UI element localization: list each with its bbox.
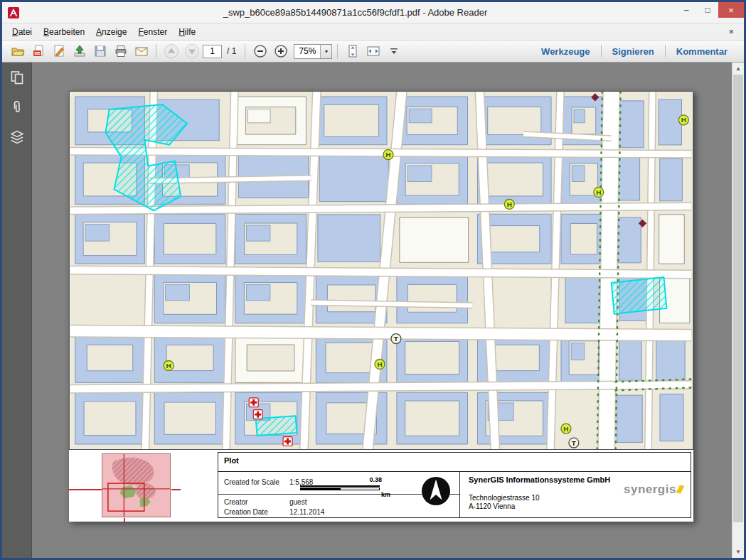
zoom-dropdown-button[interactable]: ▼: [320, 45, 331, 58]
signieren-button[interactable]: Signieren: [602, 46, 665, 57]
create-pdf-button[interactable]: [28, 43, 48, 60]
window-title: _swp_b60ce89a85b14490871a1cc56f9cfdf1.pd…: [45, 7, 666, 18]
toolbar-separator: [156, 44, 156, 58]
zoom-out-icon: [253, 44, 267, 58]
sign-document-button[interactable]: [49, 43, 68, 60]
svg-text:H: H: [385, 151, 390, 158]
menu-datei[interactable]: Datei: [6, 25, 38, 39]
menu-bar: Datei Bearbeiten Anzeige Fenster Hilfe ×: [2, 23, 744, 41]
maximize-button[interactable]: □: [697, 2, 718, 18]
overview-minimap: [102, 453, 171, 517]
sign-pen-icon: [52, 44, 66, 58]
city-map: HHHHHHHTT: [69, 91, 693, 450]
svg-text:H: H: [166, 362, 171, 370]
menu-fenster[interactable]: Fenster: [132, 25, 173, 39]
layers-icon: [9, 129, 26, 146]
share-upload-button[interactable]: [70, 43, 89, 60]
next-page-icon: [184, 43, 200, 59]
adobe-reader-icon: [7, 6, 20, 19]
content-area: HHHHHHHTT: [2, 63, 744, 558]
menu-anzeige[interactable]: Anzeige: [90, 25, 132, 39]
divider: [459, 471, 460, 517]
scroll-down-arrow[interactable]: ▼: [732, 546, 744, 558]
scale-label: Created for Scale: [224, 478, 279, 486]
save-floppy-icon: [93, 44, 107, 58]
werkzeuge-button[interactable]: Werkzeuge: [531, 46, 600, 57]
paperclip-icon: [9, 99, 26, 116]
north-arrow-icon: [420, 475, 452, 507]
page-count-label: / 1: [227, 46, 236, 56]
company-address: A-1120 Vienna: [469, 502, 515, 510]
toolbar-separator: [337, 44, 338, 58]
close-button[interactable]: ×: [718, 2, 744, 18]
creator-value: guest: [289, 498, 307, 506]
company-name: SynerGIS Informationssysteme GmbH: [469, 475, 610, 484]
extent-crosshair-line: [124, 518, 125, 522]
svg-text:H: H: [681, 116, 686, 124]
attachments-button[interactable]: [2, 92, 32, 122]
print-button[interactable]: [111, 43, 130, 60]
menu-hilfe[interactable]: Hilfe: [173, 25, 201, 39]
creation-date-label: Creation Date: [224, 508, 268, 516]
document-viewport[interactable]: HHHHHHHTT: [33, 63, 732, 558]
kommentar-button[interactable]: Kommentar: [666, 46, 738, 57]
toolbar-right-actions: Werkzeuge Signieren Kommentar: [531, 45, 738, 58]
upload-arrow-icon: [73, 44, 87, 58]
svg-text:H: H: [563, 425, 568, 433]
print-icon: [114, 44, 128, 58]
menu-bearbeiten[interactable]: Bearbeiten: [38, 25, 90, 39]
zoom-out-button[interactable]: [250, 43, 270, 60]
svg-text:H: H: [377, 360, 382, 368]
page-scroll-mode-icon: [346, 44, 360, 58]
zoom-level-combo[interactable]: 75% ▼: [294, 44, 332, 59]
open-file-icon: [11, 44, 25, 58]
previous-page-icon: [164, 43, 179, 59]
toolbar: / 1 75% ▼: [2, 41, 744, 63]
fit-width-button[interactable]: [363, 43, 383, 60]
scale-bar-segment: [300, 488, 340, 490]
fit-width-icon: [366, 44, 380, 58]
zoom-in-button[interactable]: [271, 43, 290, 60]
email-button[interactable]: [132, 43, 151, 60]
window-controls: – □ ×: [676, 2, 744, 18]
svg-text:T: T: [394, 335, 398, 343]
adobe-reader-window: _swp_b60ce89a85b14490871a1cc56f9cfdf1.pd…: [0, 0, 746, 560]
scale-bar-segment: [340, 488, 380, 490]
extent-crosshair-line: [171, 489, 181, 490]
scroll-up-arrow[interactable]: ▲: [732, 63, 744, 75]
zoom-level-value: 75%: [294, 46, 320, 56]
navigation-rail: [2, 63, 32, 558]
open-file-button[interactable]: [8, 43, 27, 60]
scale-bar-value: 0.38: [362, 476, 382, 483]
layers-button[interactable]: [2, 122, 32, 152]
title-bar: _swp_b60ce89a85b14490871a1cc56f9cfdf1.pd…: [2, 2, 744, 23]
more-tools-chevron-icon: [388, 45, 400, 57]
extent-crosshair-line: [69, 489, 102, 490]
synergis-logo: synergis: [624, 483, 683, 497]
toolbar-separator: [245, 44, 245, 58]
previous-page-button[interactable]: [161, 43, 181, 60]
page-number-input[interactable]: [203, 45, 222, 58]
menubar-close-icon[interactable]: ×: [723, 26, 740, 37]
divider: [218, 471, 691, 472]
synergis-logo-text: synergis: [624, 483, 676, 496]
svg-text:H: H: [507, 200, 512, 208]
company-address: Technologiestrasse 10: [469, 494, 540, 502]
zoom-in-icon: [274, 44, 288, 58]
vertical-scrollbar[interactable]: ▲ ▼: [732, 63, 744, 558]
scale-bar-unit: km: [381, 491, 390, 498]
plot-title: Plot: [224, 456, 239, 465]
next-page-button[interactable]: [182, 43, 201, 60]
page-thumbnails-button[interactable]: [2, 63, 32, 92]
svg-text:T: T: [572, 439, 576, 447]
creator-label: Creator: [224, 498, 247, 506]
svg-text:H: H: [596, 188, 601, 196]
minimize-button[interactable]: –: [676, 2, 697, 18]
more-tools-button[interactable]: [384, 43, 403, 60]
page-scroll-mode-button[interactable]: [343, 43, 362, 60]
synergis-logo-tick-icon: [676, 485, 684, 493]
save-button[interactable]: [90, 43, 110, 60]
email-envelope-icon: [134, 44, 149, 58]
page-thumbnails-icon: [9, 69, 26, 86]
scrollbar-thumb[interactable]: [733, 75, 743, 522]
